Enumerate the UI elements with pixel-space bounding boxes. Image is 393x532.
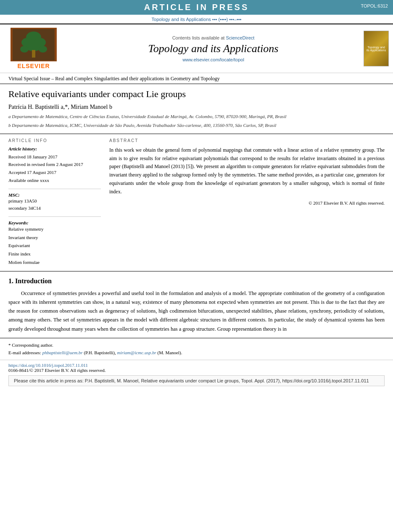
keyword5: Molien formulae: [8, 258, 101, 267]
affiliation-b: b Departamento de Matemática, ICMC, Univ…: [8, 122, 385, 129]
journal-name-big: Topology and its Applications: [71, 42, 355, 55]
email1-name: (P.H. Baptistelli),: [84, 350, 116, 355]
abstract-col: ABSTRACT In this work we obtain the gene…: [109, 138, 385, 267]
keyword1: Relative symmetry: [8, 225, 101, 234]
svg-point-7: [39, 46, 47, 53]
accepted: Accepted 17 August 2017: [8, 169, 101, 176]
cover-text: Topology and its Applications: [366, 46, 387, 52]
article-in-press-banner: ARTICLE IN PRESS TOPOL:6312: [0, 0, 393, 15]
doi-line: https://doi.org/10.1016/j.topol.2017.11.…: [8, 363, 385, 368]
elsevier-logo-section: ELSEVIER: [0, 28, 67, 69]
citation-box: Please cite this article in press as: P.…: [8, 375, 385, 386]
issn-line: 0166-8641/© 2017 Elsevier B.V. All right…: [8, 368, 385, 373]
section-title: 1. Introduction: [8, 277, 385, 285]
corresponding-label: * Corresponding author.: [8, 342, 385, 349]
elsevier-wordmark: ELSEVIER: [17, 63, 50, 69]
email2-link[interactable]: miriam@icmc.usp.br: [117, 350, 156, 355]
topol-id: TOPOL:6312: [361, 3, 388, 8]
abstract-copyright: © 2017 Elsevier B.V. All rights reserved…: [109, 200, 385, 205]
keyword2: Invariant theory: [8, 234, 101, 242]
article-authors: Patrícia H. Baptistelli a,*, Miriam Mano…: [8, 104, 385, 111]
journal-cover-box: Topology and its Applications: [364, 31, 389, 66]
email2-name: (M. Manoel).: [158, 350, 182, 355]
article-info-header: ARTICLE INFO: [8, 138, 101, 143]
abstract-text: In this work we obtain the general form …: [109, 146, 385, 196]
sciencedirect-link[interactable]: ScienceDirect: [226, 35, 254, 40]
journal-cover-img: Topology and its Applications: [359, 31, 393, 66]
svg-rect-5: [32, 50, 35, 58]
abstract-header: ABSTRACT: [109, 138, 385, 143]
received-revised: Received in revised form 2 August 2017: [8, 161, 101, 169]
article-info-col: ARTICLE INFO Article history: Received 1…: [8, 138, 101, 267]
keyword3: Equivariant: [8, 242, 101, 250]
keywords-label: Keywords:: [8, 220, 101, 225]
citation-text: Please cite this article in press as: P.…: [14, 378, 369, 383]
doi-link[interactable]: https://doi.org/10.1016/j.topol.2017.11.…: [8, 363, 88, 368]
contents-label: Contents lists available at: [172, 35, 225, 40]
msc-label: MSC:: [8, 192, 101, 198]
msc-secondary: secondary 34C14: [8, 205, 101, 212]
elsevier-tree-svg: [13, 29, 55, 61]
journal-center: Contents lists available at ScienceDirec…: [67, 35, 359, 62]
history-label: Article history:: [8, 146, 101, 151]
email1-link[interactable]: phbaptistelli@uem.br: [42, 350, 83, 355]
article-title: Relative equivariants under compact Lie …: [8, 88, 385, 100]
page: ARTICLE IN PRESS TOPOL:6312 Topology and…: [0, 0, 393, 532]
elsevier-logo-img: [11, 28, 57, 61]
journal-header: ELSEVIER Contents lists available at Sci…: [0, 24, 393, 73]
bottom-bar: https://doi.org/10.1016/j.topol.2017.11.…: [0, 360, 393, 375]
svg-point-6: [20, 46, 29, 53]
msc-primary: primary 13A50: [8, 198, 101, 205]
contents-available: Contents lists available at ScienceDirec…: [71, 35, 355, 40]
article-history: Article history: Received 18 January 201…: [8, 146, 101, 184]
journal-title-line-text: Topology and its Applications ••• (••••)…: [152, 17, 242, 22]
email-label: E-mail addresses:: [8, 350, 41, 355]
two-col-section: ARTICLE INFO Article history: Received 1…: [0, 134, 393, 271]
article-title-section: Relative equivariants under compact Lie …: [0, 84, 393, 134]
keyword4: Finite index: [8, 250, 101, 258]
journal-url-link[interactable]: www.elsevier.com/locate/topol: [182, 57, 244, 62]
banner-text: ARTICLE IN PRESS: [144, 3, 249, 12]
available-online: Available online xxxx: [8, 176, 101, 184]
journal-title-line: Topology and its Applications ••• (••••)…: [0, 15, 393, 24]
intro-paragraph1: Occurrence of symmetries provides a powe…: [8, 289, 385, 334]
introduction-section: 1. Introduction Occurrence of symmetries…: [0, 271, 393, 334]
footnote-email-line: E-mail addresses: phbaptistelli@uem.br (…: [8, 349, 385, 357]
affiliation-a: a Departamento de Matemática, Centro de …: [8, 113, 385, 121]
journal-url: www.elsevier.com/locate/topol: [71, 57, 355, 62]
special-issue-text: Virtual Special Issue – Real and Complex…: [8, 76, 220, 82]
keywords-section: Keywords: Relative symmetry Invariant th…: [8, 216, 101, 267]
authors-text: Patrícia H. Baptistelli a,*, Miriam Mano…: [8, 104, 112, 110]
footnote-section: * Corresponding author. E-mail addresses…: [0, 338, 393, 360]
msc-section: MSC: primary 13A50 secondary 34C14: [8, 189, 101, 212]
special-issue: Virtual Special Issue – Real and Complex…: [0, 73, 393, 84]
received1: Received 18 January 2017: [8, 153, 101, 161]
abstract-body: In this work we obtain the general form …: [109, 147, 385, 195]
